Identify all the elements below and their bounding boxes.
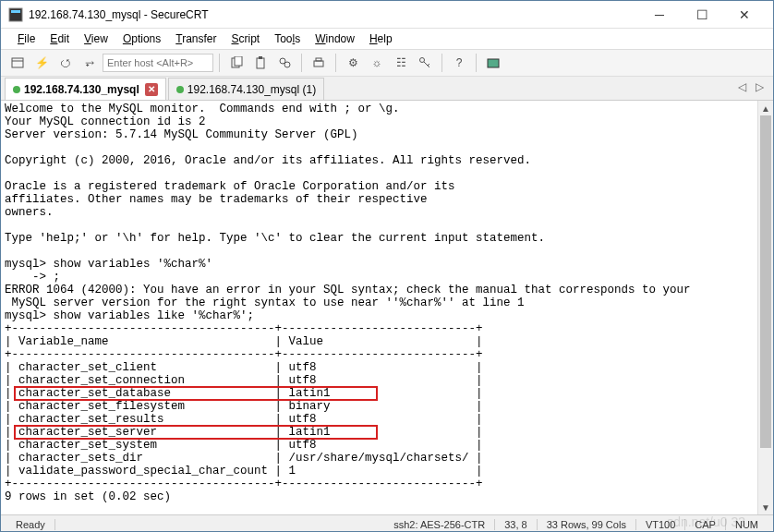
session-manager-icon[interactable] bbox=[6, 52, 29, 74]
global-options-icon[interactable]: ☼ bbox=[366, 52, 388, 74]
status-connection: ssh2: AES-256-CTR bbox=[384, 519, 495, 530]
menu-edit[interactable]: Edit bbox=[42, 30, 77, 47]
menu-file[interactable]: File bbox=[10, 30, 42, 47]
minimize-button[interactable]: ─ bbox=[638, 1, 681, 29]
scroll-down-icon[interactable]: ▼ bbox=[758, 500, 773, 514]
terminal-output[interactable]: Welcome to the MySQL monitor. Commands e… bbox=[1, 101, 773, 514]
status-ready: Ready bbox=[6, 519, 55, 530]
key-icon[interactable] bbox=[414, 52, 436, 74]
svg-line-14 bbox=[428, 64, 429, 66]
scroll-thumb[interactable] bbox=[760, 115, 771, 448]
toolbar-separator bbox=[441, 54, 442, 72]
menubar: File Edit View Options Transfer Script T… bbox=[1, 29, 773, 49]
print-icon[interactable] bbox=[308, 52, 330, 74]
svg-point-12 bbox=[420, 58, 425, 63]
svg-rect-15 bbox=[488, 59, 499, 67]
tab-label: 192.168.74.130_mysql (1) bbox=[187, 83, 316, 96]
reconnect-icon[interactable]: ⥅ bbox=[79, 52, 101, 74]
scroll-up-icon[interactable]: ▲ bbox=[758, 101, 773, 115]
svg-rect-11 bbox=[316, 58, 321, 61]
status-terminal-type: VT100 bbox=[636, 519, 685, 530]
quick-connect-icon[interactable]: ⚡ bbox=[30, 52, 53, 74]
find-icon[interactable] bbox=[273, 52, 296, 74]
tab-session-0[interactable]: 192.168.74.130_mysql ✕ bbox=[5, 78, 166, 100]
window-title: 192.168.74.130_mysql - SecureCRT bbox=[29, 8, 638, 21]
tab-session-1[interactable]: 192.168.74.130_mysql (1) bbox=[168, 78, 324, 100]
toolbar: ⚡ ⭯ ⥅ ⚙ ☼ ☷ ? bbox=[1, 49, 773, 77]
menu-help[interactable]: Help bbox=[362, 30, 400, 47]
titlebar: 192.168.74.130_mysql - SecureCRT ─ ☐ ✕ bbox=[1, 1, 773, 29]
menu-tools[interactable]: Tools bbox=[267, 30, 308, 47]
status-dot-icon bbox=[176, 86, 184, 93]
tab-label: 192.168.74.130_mysql bbox=[24, 83, 139, 96]
svg-point-9 bbox=[284, 62, 290, 67]
status-dimensions: 33 Rows, 99 Cols bbox=[538, 519, 636, 530]
menu-view[interactable]: View bbox=[77, 30, 115, 47]
menu-transfer[interactable]: Transfer bbox=[168, 30, 224, 47]
svg-rect-5 bbox=[235, 56, 242, 66]
status-num: NUM bbox=[726, 519, 768, 530]
window-controls: ─ ☐ ✕ bbox=[638, 1, 766, 29]
svg-rect-7 bbox=[259, 56, 262, 59]
help-icon[interactable]: ? bbox=[448, 52, 470, 74]
status-cursor: 33, 8 bbox=[495, 519, 537, 530]
menu-options[interactable]: Options bbox=[115, 30, 168, 47]
toolbar-separator bbox=[335, 54, 336, 72]
svg-rect-2 bbox=[12, 58, 23, 67]
close-icon[interactable]: ✕ bbox=[145, 83, 158, 96]
terminal-area: Welcome to the MySQL monitor. Commands e… bbox=[1, 101, 773, 514]
close-button[interactable]: ✕ bbox=[723, 1, 766, 29]
statusbar: Ready ssh2: AES-256-CTR 33, 8 33 Rows, 9… bbox=[1, 514, 773, 532]
svg-rect-6 bbox=[257, 58, 264, 68]
tab-prev-icon[interactable]: ◁ bbox=[734, 80, 750, 93]
settings-icon[interactable]: ⚙ bbox=[342, 52, 364, 74]
toolbar-separator bbox=[301, 54, 302, 72]
svg-rect-10 bbox=[314, 61, 323, 66]
sessions-icon[interactable] bbox=[482, 52, 504, 74]
maximize-button[interactable]: ☐ bbox=[681, 1, 723, 29]
tab-next-icon[interactable]: ▷ bbox=[752, 80, 768, 93]
toolbar-separator bbox=[476, 54, 477, 72]
menu-window[interactable]: Window bbox=[308, 30, 362, 47]
tab-nav: ◁ ▷ bbox=[734, 80, 768, 93]
connect-in-tab-icon[interactable]: ⭯ bbox=[54, 52, 77, 74]
keymap-icon[interactable]: ☷ bbox=[390, 52, 412, 74]
app-icon bbox=[8, 7, 23, 22]
status-dot-icon bbox=[13, 86, 20, 93]
toolbar-separator bbox=[219, 54, 220, 72]
status-cap: CAP bbox=[685, 519, 726, 530]
menu-script[interactable]: Script bbox=[224, 30, 268, 47]
svg-rect-1 bbox=[11, 10, 20, 13]
paste-icon[interactable] bbox=[249, 52, 272, 74]
host-input[interactable] bbox=[103, 54, 213, 72]
copy-icon[interactable] bbox=[225, 52, 248, 74]
vertical-scrollbar[interactable]: ▲ ▼ bbox=[757, 101, 773, 514]
tabbar: 192.168.74.130_mysql ✕ 192.168.74.130_my… bbox=[1, 77, 773, 101]
